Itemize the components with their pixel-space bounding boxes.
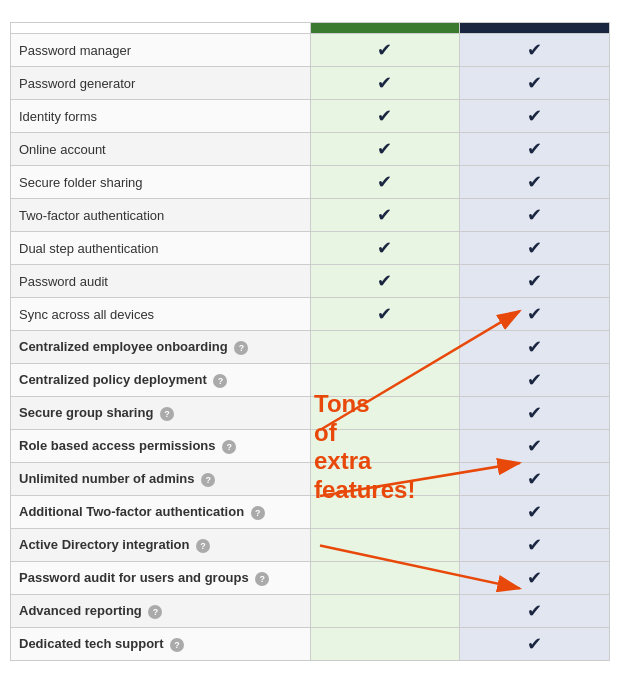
everywhere-check-cell (310, 463, 460, 496)
check-icon: ✔ (377, 73, 392, 93)
check-icon: ✔ (527, 370, 542, 390)
feature-cell: Additional Two-factor authentication ? (11, 496, 311, 529)
feature-cell: Dedicated tech support ? (11, 628, 311, 661)
help-icon[interactable]: ? (222, 440, 236, 454)
help-icon[interactable]: ? (170, 638, 184, 652)
everywhere-check-cell: ✔ (310, 199, 460, 232)
business-check-cell: ✔ (460, 133, 610, 166)
feature-cell: Unlimited number of admins ? (11, 463, 311, 496)
check-icon: ✔ (377, 106, 392, 126)
check-icon: ✔ (377, 205, 392, 225)
check-icon: ✔ (527, 535, 542, 555)
check-icon: ✔ (377, 238, 392, 258)
feature-cell: Sync across all devices (11, 298, 311, 331)
check-icon: ✔ (377, 40, 392, 60)
check-icon: ✔ (527, 337, 542, 357)
business-check-cell: ✔ (460, 463, 610, 496)
everywhere-check-cell: ✔ (310, 100, 460, 133)
everywhere-check-cell: ✔ (310, 265, 460, 298)
check-icon: ✔ (527, 568, 542, 588)
help-icon[interactable]: ? (213, 374, 227, 388)
check-icon: ✔ (527, 634, 542, 654)
business-check-cell: ✔ (460, 166, 610, 199)
feature-col-header (11, 23, 311, 34)
check-icon: ✔ (377, 304, 392, 324)
feature-cell: Password manager (11, 34, 311, 67)
feature-cell: Centralized policy deployment ? (11, 364, 311, 397)
feature-cell: Password generator (11, 67, 311, 100)
feature-cell: Advanced reporting ? (11, 595, 311, 628)
feature-cell: Centralized employee onboarding ? (11, 331, 311, 364)
everywhere-check-cell: ✔ (310, 166, 460, 199)
business-check-cell: ✔ (460, 529, 610, 562)
business-check-cell: ✔ (460, 562, 610, 595)
check-icon: ✔ (527, 502, 542, 522)
business-check-cell: ✔ (460, 34, 610, 67)
help-icon[interactable]: ? (201, 473, 215, 487)
feature-cell: Secure group sharing ? (11, 397, 311, 430)
feature-cell: Active Directory integration ? (11, 529, 311, 562)
everywhere-check-cell (310, 496, 460, 529)
business-check-cell: ✔ (460, 331, 610, 364)
everywhere-check-cell: ✔ (310, 232, 460, 265)
check-icon: ✔ (527, 40, 542, 60)
business-check-cell: ✔ (460, 430, 610, 463)
business-check-cell: ✔ (460, 265, 610, 298)
check-icon: ✔ (377, 172, 392, 192)
check-icon: ✔ (527, 436, 542, 456)
business-check-cell: ✔ (460, 397, 610, 430)
check-icon: ✔ (527, 73, 542, 93)
help-icon[interactable]: ? (160, 407, 174, 421)
feature-cell: Password audit for users and groups ? (11, 562, 311, 595)
everywhere-check-cell (310, 430, 460, 463)
check-icon: ✔ (527, 601, 542, 621)
check-icon: ✔ (527, 172, 542, 192)
business-check-cell: ✔ (460, 199, 610, 232)
business-check-cell: ✔ (460, 67, 610, 100)
business-check-cell: ✔ (460, 100, 610, 133)
business-check-cell: ✔ (460, 298, 610, 331)
everywhere-check-cell (310, 562, 460, 595)
business-check-cell: ✔ (460, 628, 610, 661)
check-icon: ✔ (527, 469, 542, 489)
business-check-cell: ✔ (460, 496, 610, 529)
check-icon: ✔ (527, 205, 542, 225)
everywhere-check-cell (310, 331, 460, 364)
help-icon[interactable]: ? (255, 572, 269, 586)
feature-cell: Secure folder sharing (11, 166, 311, 199)
help-icon[interactable]: ? (234, 341, 248, 355)
everywhere-check-cell: ✔ (310, 34, 460, 67)
help-icon[interactable]: ? (251, 506, 265, 520)
feature-cell: Role based access permissions ? (11, 430, 311, 463)
everywhere-check-cell (310, 397, 460, 430)
check-icon: ✔ (527, 403, 542, 423)
business-check-cell: ✔ (460, 364, 610, 397)
feature-cell: Password audit (11, 265, 311, 298)
everywhere-check-cell: ✔ (310, 298, 460, 331)
feature-cell: Two-factor authentication (11, 199, 311, 232)
everywhere-col-header (310, 23, 460, 34)
everywhere-check-cell (310, 364, 460, 397)
feature-cell: Dual step authentication (11, 232, 311, 265)
everywhere-check-cell: ✔ (310, 133, 460, 166)
check-icon: ✔ (377, 271, 392, 291)
business-check-cell: ✔ (460, 595, 610, 628)
business-check-cell: ✔ (460, 232, 610, 265)
check-icon: ✔ (527, 271, 542, 291)
check-icon: ✔ (527, 139, 542, 159)
feature-cell: Online account (11, 133, 311, 166)
check-icon: ✔ (527, 106, 542, 126)
help-icon[interactable]: ? (196, 539, 210, 553)
comparison-table: Password manager✔✔Password generator✔✔Id… (10, 22, 610, 661)
check-icon: ✔ (377, 139, 392, 159)
everywhere-check-cell (310, 628, 460, 661)
everywhere-check-cell: ✔ (310, 67, 460, 100)
business-col-header (460, 23, 610, 34)
help-icon[interactable]: ? (148, 605, 162, 619)
feature-cell: Identity forms (11, 100, 311, 133)
everywhere-check-cell (310, 529, 460, 562)
everywhere-check-cell (310, 595, 460, 628)
check-icon: ✔ (527, 304, 542, 324)
check-icon: ✔ (527, 238, 542, 258)
